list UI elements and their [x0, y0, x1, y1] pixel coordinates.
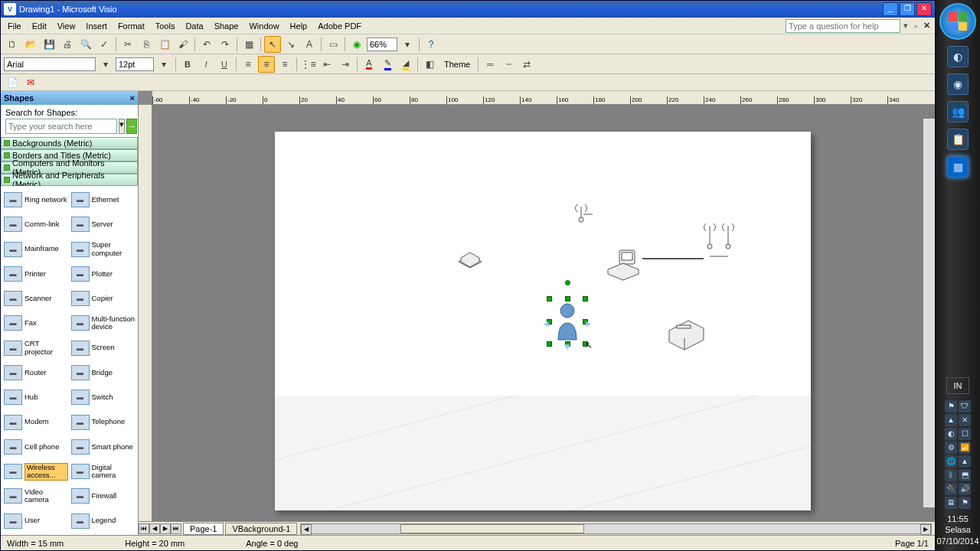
connector-tool[interactable]: ↘: [283, 36, 299, 53]
text-tool[interactable]: A: [301, 36, 318, 53]
menu-view[interactable]: View: [52, 20, 81, 32]
tray-icon[interactable]: ⚑: [945, 400, 957, 412]
tray-icon[interactable]: ⬒: [959, 469, 971, 481]
shape-item[interactable]: ▬Scanner: [2, 286, 70, 311]
resize-handle[interactable]: [547, 341, 552, 347]
cut-button[interactable]: ✂: [119, 36, 136, 53]
shape-item[interactable]: ▬Telephone: [70, 410, 137, 435]
bold-button[interactable]: B: [179, 56, 196, 73]
copy-button[interactable]: ⎘: [138, 36, 155, 53]
vertical-scrollbar[interactable]: [923, 119, 935, 507]
print-preview-button[interactable]: 🔍: [77, 36, 94, 53]
shape-search-input[interactable]: [5, 119, 117, 134]
shape-item[interactable]: ▬Mainframe: [2, 237, 70, 262]
shape-item[interactable]: ▬Ethernet: [70, 187, 137, 212]
rectangle-tool[interactable]: ▭: [325, 36, 341, 53]
page-tab-background[interactable]: VBackground-1: [225, 523, 297, 535]
shape-printer[interactable]: [455, 246, 485, 277]
menu-insert[interactable]: Insert: [80, 20, 113, 32]
shape-item[interactable]: ▬Super computer: [70, 237, 137, 262]
paste-button[interactable]: 📋: [156, 36, 173, 53]
minimize-button[interactable]: _: [883, 2, 898, 16]
menu-file[interactable]: File: [2, 20, 27, 32]
tray-icon[interactable]: ᛒ: [945, 469, 957, 481]
shape-item[interactable]: ▬Smart phone: [70, 435, 137, 459]
zoom-input[interactable]: [367, 37, 397, 51]
shape-item[interactable]: ▬Cell phone: [2, 435, 70, 459]
tray-icon[interactable]: 🛡: [959, 400, 971, 412]
tray-icon[interactable]: 🖥: [945, 497, 957, 509]
spelling-button[interactable]: ✓: [96, 36, 113, 53]
align-left-button[interactable]: ≡: [240, 56, 256, 73]
shape-item[interactable]: ▬Router: [2, 360, 70, 385]
stencil-backgrounds[interactable]: Backgrounds (Metric): [1, 137, 138, 149]
font-selector[interactable]: [4, 57, 96, 71]
fill-button[interactable]: ◉: [348, 36, 365, 53]
autoconnect-arrow-down[interactable]: ▼: [563, 341, 572, 352]
shapes-window-button[interactable]: ▦: [240, 36, 257, 53]
help-button[interactable]: ?: [423, 36, 439, 53]
autoconnect-arrow-right[interactable]: ►: [584, 318, 593, 329]
help-dropdown[interactable]: ▾: [900, 21, 911, 31]
shape-wireless-towers[interactable]: [700, 220, 738, 258]
theme-button[interactable]: Theme: [439, 58, 475, 70]
tab-nav-last[interactable]: ⏭: [171, 523, 181, 534]
fontsize-dropdown[interactable]: ▾: [155, 56, 172, 73]
shape-item[interactable]: ▬Modem: [2, 410, 70, 435]
restore-button[interactable]: ▫: [911, 21, 920, 31]
fill-color-button[interactable]: ◢: [397, 56, 414, 73]
stencil-network[interactable]: Network and Peripherals (Metric): [1, 174, 138, 186]
shape-item[interactable]: ▬Comm-link: [2, 212, 70, 236]
taskbar-app-4[interactable]: 📋: [947, 129, 969, 150]
maximize-button[interactable]: ❐: [900, 2, 915, 16]
language-indicator[interactable]: IN: [946, 377, 969, 394]
shape-item[interactable]: ▬Hub: [2, 385, 70, 409]
search-go-button[interactable]: →: [126, 119, 137, 134]
open-button[interactable]: 📂: [22, 36, 39, 53]
undo-button[interactable]: ↶: [198, 36, 215, 53]
tab-nav-first[interactable]: ⏮: [139, 523, 149, 534]
underline-button[interactable]: U: [216, 56, 233, 73]
zoom-dropdown[interactable]: ▾: [399, 36, 416, 53]
redo-button[interactable]: ↷: [217, 36, 234, 53]
menu-help[interactable]: Help: [285, 20, 313, 32]
menu-format[interactable]: Format: [113, 20, 150, 32]
line-color-button[interactable]: ✎: [379, 56, 396, 73]
shapes-close-button[interactable]: ×: [130, 93, 135, 103]
resize-handle[interactable]: [547, 296, 552, 302]
pdf-email-button[interactable]: ✉: [22, 74, 39, 91]
shape-item[interactable]: ▬Screen: [70, 336, 137, 360]
tray-icon[interactable]: ⚙: [945, 442, 957, 454]
shape-item[interactable]: ▬CRT projector: [2, 336, 70, 360]
shape-item[interactable]: ▬Switch: [70, 385, 137, 409]
shape-wireless-ap[interactable]: [570, 201, 593, 223]
scroll-right-button[interactable]: ▶: [920, 524, 931, 535]
tray-icon[interactable]: 📶: [959, 442, 971, 454]
line-ends-button[interactable]: ⇄: [518, 56, 535, 73]
help-search[interactable]: [786, 19, 900, 33]
tray-icon[interactable]: ✕: [959, 414, 971, 426]
line-pattern-button[interactable]: ┄: [500, 56, 517, 73]
tray-icon[interactable]: ☐: [959, 428, 971, 440]
horizontal-scrollbar[interactable]: ◀ ▶: [300, 523, 932, 534]
shape-item[interactable]: ▬Multi-function device: [70, 311, 137, 335]
shape-link-line[interactable]: [642, 258, 704, 259]
menu-edit[interactable]: Edit: [27, 20, 52, 32]
line-weight-button[interactable]: ═: [482, 56, 498, 73]
menu-window[interactable]: Window: [243, 20, 284, 32]
shape-item[interactable]: ▬Server: [70, 212, 137, 236]
autoconnect-arrow-left[interactable]: ◄: [541, 318, 550, 329]
shape-item[interactable]: ▬Copier: [70, 286, 137, 311]
tab-nav-prev[interactable]: ◀: [149, 523, 160, 534]
close-button[interactable]: ✕: [916, 2, 932, 16]
shape-item[interactable]: ▬Digital camera: [70, 459, 137, 484]
theme-icon[interactable]: ◧: [421, 56, 438, 73]
bullets-button[interactable]: ⋮≡: [300, 56, 317, 73]
fontsize-selector[interactable]: [116, 57, 154, 71]
menu-adobe-pdf[interactable]: Adobe PDF: [312, 20, 367, 32]
doc-close-button[interactable]: ✕: [920, 21, 933, 31]
taskbar-visio[interactable]: ▦: [947, 156, 969, 178]
pointer-tool[interactable]: ↖: [264, 36, 281, 53]
shape-item[interactable]: ▬User: [2, 509, 70, 533]
rotate-handle[interactable]: [565, 280, 570, 285]
